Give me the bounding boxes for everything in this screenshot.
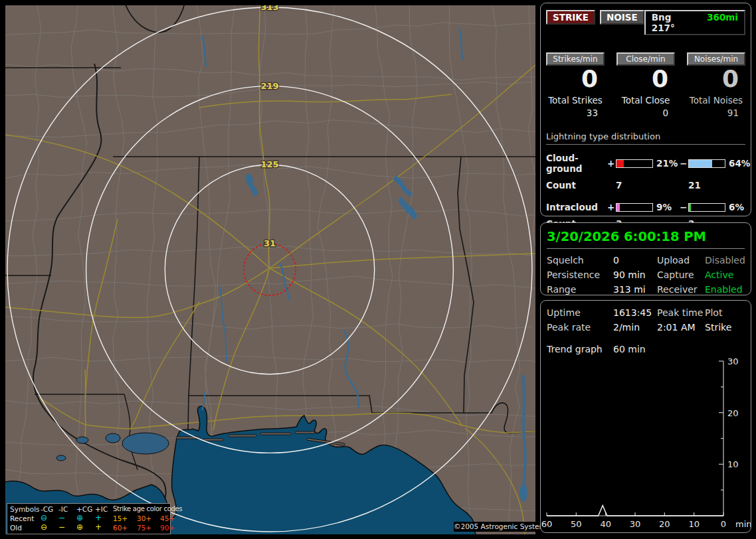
minus-sign: − [680,158,688,169]
svg-text:30: 30 [630,519,641,529]
cg-plus-bar [616,159,653,168]
age-45: 45+ [160,514,183,523]
range-label: Range [547,284,613,295]
age-30: 30+ [137,514,160,523]
divider [547,248,745,249]
ring-label-219: 219 [260,81,278,91]
cloud-ground-count-row: Count 7 21 [546,180,745,191]
squelch-label: Squelch [547,255,613,266]
legend-row-recent-label: Recent [10,514,41,523]
noise-button[interactable]: NOISE [600,10,644,25]
cloud-ground-row: Cloud-ground + 21% − 64% [546,153,745,174]
distribution-title: Lightning type distribution [546,131,745,145]
plus-sign: + [607,158,616,169]
pos-ic-recent-icon: + [95,514,113,523]
legend-row-old-label: Old [10,523,41,532]
squelch-value: 0 [613,255,657,266]
cg-plus-count: 7 [616,180,688,191]
bearing-value: Bng 217° [652,12,696,33]
cg-minus-count: 21 [688,180,745,191]
ring-label-31: 31 [264,238,276,248]
neg-ic-recent-icon: − [58,514,76,523]
svg-text:20: 20 [727,408,739,418]
legend-col-pos-ic: +IC [95,504,113,514]
capture-status: Active [705,270,745,280]
persistence-value: 90 min [613,270,657,280]
persistence-label: Persistence [547,270,613,280]
total-strikes-value: 33 [546,108,605,118]
legend-col-neg-ic: -IC [58,504,76,514]
range-value: 360mi [707,12,738,33]
range-setting-value: 313 mi [613,284,657,295]
total-strikes-label: Total Strikes [546,95,605,106]
pos-ic-old-icon: + [95,523,113,532]
plus-sign: + [607,202,616,212]
noises-per-min-value: 0 [687,66,745,92]
intracloud-label: Intracloud [546,202,607,212]
svg-text:50: 50 [571,519,582,529]
ic-plus-pct: 9% [653,202,680,212]
svg-text:0: 0 [721,519,726,529]
mode-toolbar: STRIKE NOISE Bng 217° 360mi [546,10,745,35]
strikes-per-min-value: 0 [546,66,605,92]
trend-panel: Uptime 1613:45 Peak time Plot Peak rate … [540,300,751,533]
ring-label-313: 313 [260,5,278,12]
pos-cg-old-icon: ⊕ [76,523,95,532]
intracloud-row: Intracloud + 9% − 6% [546,202,745,212]
age-60: 60+ [113,523,137,532]
rate-counters: Strikes/min 0 Total Strikes 33 Close/min… [546,52,745,118]
strike-button[interactable]: STRIKE [546,10,595,25]
cg-minus-pct: 64% [725,158,750,169]
cloud-ground-label: Cloud-ground [546,153,607,174]
legend-age-header: Strike age color codes [113,504,183,514]
total-close-label: Total Close [616,95,675,106]
ic-minus-pct: 6% [725,202,745,212]
ring-label-125: 125 [260,159,278,169]
trend-chart: 1020306050403020100min [541,301,751,532]
capture-label: Capture [657,270,705,280]
age-15: 15+ [113,514,137,523]
svg-text:min: min [735,519,751,529]
neg-cg-old-icon: ⊖ [41,523,58,532]
upload-status: Disabled [705,255,745,266]
ic-plus-bar [616,203,653,212]
strikes-per-min-button[interactable]: Strikes/min [546,52,605,66]
svg-text:10: 10 [727,459,739,469]
svg-text:20: 20 [659,519,670,529]
copyright-notice: ©2005 Astrogenic Systems [454,522,535,532]
status-grid: Squelch 0 Upload Disabled Persistence 90… [547,255,745,295]
receiver-label: Receiver [657,284,705,295]
datetime-display: 3/20/2026 6:00:18 PM [547,229,745,244]
total-close-value: 0 [616,108,675,118]
age-90: 90+ [160,523,183,532]
svg-text:40: 40 [600,519,611,529]
legend-col-pos-cg: +CG [76,504,95,514]
upload-label: Upload [657,255,705,266]
close-per-min-button[interactable]: Close/min [616,52,675,66]
svg-text:30: 30 [727,356,739,366]
receiver-status: Enabled [705,284,745,295]
close-column: Close/min 0 Total Close 0 [616,52,675,118]
neg-ic-old-icon: − [58,523,76,532]
bearing-range-display[interactable]: Bng 217° 360mi [644,10,745,35]
map-canvas: 31125219313 [5,5,535,534]
svg-text:10: 10 [688,519,700,529]
noises-per-min-button[interactable]: Noises/min [687,52,745,66]
nexstorm-window: 31125219313 Symbols -CG -IC +CG +IC Stri… [0,0,756,539]
legend-col-neg-cg: -CG [41,504,58,514]
noises-column: Noises/min 0 Total Noises 91 [687,52,745,118]
neg-cg-recent-icon: ⊖ [41,514,58,523]
cg-minus-bar [688,159,725,168]
pos-cg-recent-icon: ⊕ [76,514,95,523]
total-noises-label: Total Noises [687,95,745,106]
legend-symbols-header: Symbols [10,504,41,514]
ic-minus-bar [688,203,725,212]
map-legend: Symbols -CG -IC +CG +IC Strike age color… [7,503,171,534]
total-noises-value: 91 [687,108,745,118]
lightning-distribution: Lightning type distribution Cloud-ground… [546,131,745,229]
age-75: 75+ [137,523,160,532]
count-label: Count [546,180,616,191]
lightning-map[interactable]: 31125219313 Symbols -CG -IC +CG +IC Stri… [5,5,535,534]
close-per-min-value: 0 [616,66,675,92]
minus-sign: − [680,202,688,212]
